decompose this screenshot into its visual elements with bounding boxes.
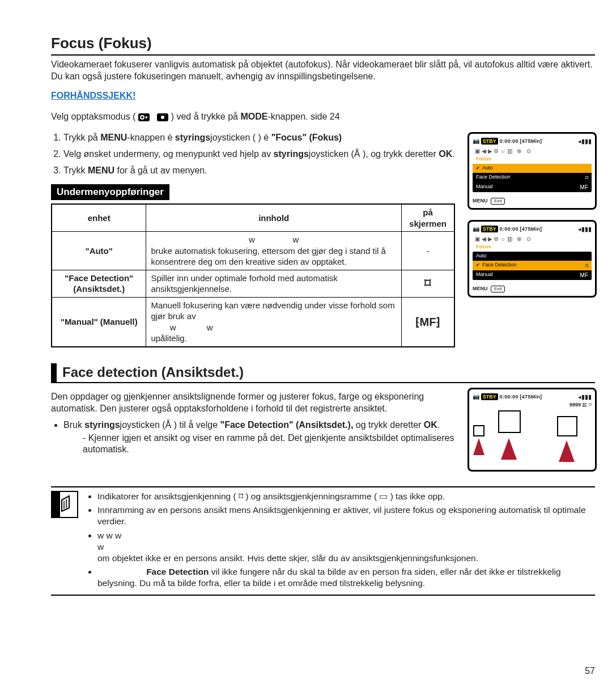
row-auto-skjerm: - [401, 232, 454, 270]
note-1: Indikatorer for ansiktsgjenkjenning ( ⌑ … [97, 491, 595, 502]
th-innhold: innhold [146, 204, 402, 232]
step-2: Velg ønsket undermeny, og menypunkt ved … [63, 149, 455, 160]
th-enhet: enhet [52, 204, 146, 232]
precheck-label: FORHÅNDSSJEKK! [51, 90, 595, 102]
face-detection-bullet: Bruk styringsjoysticken (Å ) til å velge… [63, 419, 455, 456]
step-1: Trykk på MENU-knappen é styringsjoystick… [63, 132, 455, 144]
submenu-table: enhet innhold på skjermen "Auto" w wbruk… [51, 203, 455, 347]
section-title: Focus (Fokus) [51, 34, 595, 56]
face-detection-heading: Face detection (Ansiktsdet.) [62, 363, 244, 381]
face-detection-icon: ⌑ [424, 275, 431, 292]
section-intro: Videokameraet fokuserer vanligvis automa… [51, 59, 595, 83]
row-face-innhold: Spiller inn under optimale forhold med a… [146, 270, 402, 297]
svg-marker-4 [559, 440, 575, 462]
row-manual-skjerm: ⁅MF⁆ [401, 297, 454, 347]
face-detection-para: Den oppdager og gjenkjenner ansiktsligne… [51, 391, 455, 415]
manual-focus-icon: ⁅MF⁆ [415, 315, 441, 329]
lcd-screenshot-face: 📷 STBY 0:00:00 [475Min] ◂▮▮▮ ▣ ◀·▶ ⚙ ☼ ▥… [468, 220, 597, 298]
submenu-header: Undermenyoppføringer [51, 184, 169, 200]
mode-instruction: Velg opptaksmodus ( ) ved å trykke på MO… [51, 111, 595, 123]
note-2: Innramming av en persons ansikt mens Ans… [97, 504, 595, 527]
note-4: Face Detection vil ikke fungere når du s… [97, 566, 595, 589]
svg-marker-5 [473, 438, 484, 455]
face-detection-dash: Kjenner igjen et ansikt og viser en ramm… [83, 432, 455, 456]
camera-mode-icon [157, 113, 168, 121]
lcd-screenshot-auto: 📷 STBY 0:00:00 [475Min] ◂▮▮▮ ▣ ◀·▶ ⚙ ☼ ▥… [468, 132, 597, 210]
step-3: Trykk MENU for å gå ut av menyen. [63, 165, 455, 177]
steps-list: Trykk på MENU-knappen é styringsjoystick… [51, 132, 455, 176]
th-skjerm: på skjermen [401, 204, 454, 232]
row-manual-enhet: "Manual" (Manuell) [52, 297, 146, 347]
row-face-skjerm: ⌑ [401, 270, 454, 297]
note-icon [51, 491, 78, 518]
row-manual-innhold: Manuell fokusering kan være nødvendig un… [146, 297, 402, 347]
row-auto-innhold: w wbruke automatisk fokusering, ettersom… [146, 232, 402, 270]
svg-rect-2 [474, 426, 484, 436]
video-mode-icon [138, 113, 150, 121]
svg-rect-0 [499, 411, 520, 432]
lcd-screenshot-live: 📷 STBY 0:00:00 [475Min] ◂▮▮▮ 9999 ▥ ⌑ [468, 388, 597, 472]
svg-marker-3 [501, 438, 517, 460]
row-face-enhet: "Face Detection" (Ansiktsdet.) [52, 270, 146, 297]
row-auto-enhet: "Auto" [52, 232, 146, 270]
note-box: Indikatorer for ansiktsgjenkjenning ( ⌑ … [51, 486, 595, 596]
svg-rect-1 [558, 417, 577, 436]
note-3: w w w w om objektet ikke er en persons a… [97, 530, 595, 564]
